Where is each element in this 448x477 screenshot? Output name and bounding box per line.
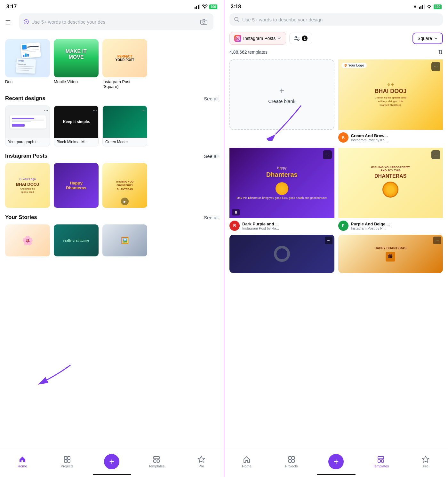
square-filter-pill[interactable]: Square: [412, 33, 443, 44]
instagram-label: Instagram Post(Square): [102, 79, 147, 89]
ig-card-dhanteras-purple[interactable]: HappyDhanteras: [54, 163, 99, 208]
nav-pro-right[interactable]: Pro: [403, 456, 448, 468]
home-indicator-left: [93, 474, 131, 475]
svg-rect-33: [292, 457, 294, 459]
recent-card-paragraph[interactable]: ··· Your paragraph t...: [5, 106, 50, 146]
svg-rect-17: [420, 6, 421, 9]
hamburger-icon[interactable]: ☰: [5, 19, 11, 27]
ig-card-dhanteras-beige[interactable]: WISHING YOUPROSPERITYDHANTERAS ▶: [102, 163, 147, 208]
bottom-cards-row: ··· ··· HAPPY DHANTERAS 🏛: [224, 232, 448, 273]
dhanteras-gold-card[interactable]: ··· HAPPY DHANTERAS 🏛: [338, 235, 443, 273]
nav-templates-right[interactable]: Templates: [358, 456, 403, 468]
pause-icon[interactable]: ⏸: [232, 209, 240, 215]
type-card-doc[interactable]: Design Visual Docs Doc: [5, 39, 50, 89]
card-menu-icon-3[interactable]: ···: [141, 108, 146, 113]
recent-designs-see-all[interactable]: See all: [204, 96, 219, 101]
svg-point-29: [298, 39, 299, 41]
bhai-dooj-menu-btn[interactable]: ···: [431, 62, 440, 71]
bhai-dooj-author: Instagram Post by Ko...: [351, 138, 443, 142]
bottom-nav-right: Home Projects + Templ: [224, 450, 448, 477]
battery-right: 100: [434, 4, 442, 9]
nav-home-left[interactable]: Home: [0, 456, 45, 468]
create-blank-plus-icon: +: [279, 86, 284, 96]
adjust-filter-pill[interactable]: 1: [289, 33, 312, 44]
time-left: 3:17: [6, 4, 17, 10]
svg-point-7: [203, 21, 205, 23]
dhanteras-beige-menu-btn[interactable]: ···: [431, 150, 440, 159]
bhai-dooj-avatar: K: [338, 132, 348, 143]
search-bar-left[interactable]: Use 5+ words to describe your des: [19, 13, 213, 30]
instagram-posts-see-all[interactable]: See all: [204, 153, 219, 159]
card-menu-icon[interactable]: ···: [44, 108, 48, 113]
instagram-filter-pill[interactable]: Instagram Posts: [229, 32, 286, 45]
type-card-mobile-video[interactable]: MAKE IT MOVE Mobile Video: [54, 39, 99, 89]
story-card-3[interactable]: 🖼️: [102, 224, 147, 256]
svg-rect-2: [198, 5, 199, 9]
bhai-dooj-title: BHAI DOOJ: [374, 88, 406, 95]
templates-count-row: 4,88,662 templates ⇅: [224, 49, 448, 59]
sort-icon[interactable]: ⇅: [438, 49, 443, 56]
type-card-instagram[interactable]: PERFECT YOUR POST Instagram Post(Square): [102, 39, 147, 89]
dhanteras-dark-avatar: R: [229, 221, 240, 231]
svg-rect-14: [154, 460, 156, 462]
make-it-move-text: MAKE IT MOVE: [65, 49, 87, 60]
your-stories-see-all[interactable]: See all: [204, 215, 219, 220]
create-blank-card[interactable]: + Create blank: [229, 59, 334, 144]
paragraph-card-label: Your paragraph t...: [5, 138, 50, 146]
dark-ring-card[interactable]: ···: [229, 235, 334, 273]
templates-grid-row2: ··· Happy Dhanteras May this Dhanteras b…: [224, 148, 448, 232]
mobile-video-label: Mobile Video: [54, 79, 99, 84]
projects-icon: [63, 456, 71, 463]
signal-icon-right: [419, 4, 425, 9]
recent-card-minimal[interactable]: Keep it simple. ··· Black Minimal M...: [54, 106, 99, 146]
story-card-1[interactable]: 🌸: [5, 224, 50, 256]
svg-rect-32: [289, 457, 291, 459]
templates-count-text: 4,88,662 templates: [229, 50, 268, 55]
instagram-filter-label: Instagram Posts: [243, 36, 276, 41]
dhanteras-gold-menu[interactable]: ···: [433, 237, 441, 244]
card-menu-icon-2[interactable]: ···: [93, 108, 97, 113]
svg-rect-9: [64, 457, 67, 459]
recent-card-green[interactable]: ··· Green Moder: [102, 106, 147, 146]
templates-icon-left: [153, 456, 160, 463]
svg-point-25: [238, 37, 239, 38]
svg-point-30: [345, 65, 346, 66]
templates-grid: + Create blank Your Logo ···: [224, 59, 448, 144]
dhanteras-beige-info: P Purple And Beige ... Instagram Post by…: [338, 218, 443, 232]
home-label-left: Home: [18, 464, 27, 468]
your-stories-header: Your Stories See all: [0, 213, 224, 224]
nav-pro-left[interactable]: Pro: [179, 456, 224, 468]
search-bar-right[interactable]: Use 5+ words to describe your design: [229, 13, 443, 26]
template-dhanteras-dark[interactable]: ··· Happy Dhanteras May this Dhanteras b…: [229, 148, 334, 232]
svg-rect-37: [378, 460, 380, 462]
svg-rect-0: [195, 7, 196, 9]
wifi-icon: [202, 4, 208, 9]
play-icon[interactable]: ▶: [121, 198, 129, 205]
nav-add-right[interactable]: +: [314, 454, 359, 469]
wifi-icon-right: [426, 4, 432, 9]
camera-icon[interactable]: [199, 17, 209, 27]
time-right: 3:18: [231, 4, 241, 10]
story-card-2[interactable]: really gratittu.me: [54, 224, 99, 256]
stories-row: 🌸 really gratittu.me 🖼️: [0, 224, 224, 262]
add-button-right[interactable]: +: [328, 454, 344, 469]
nav-templates-left[interactable]: Templates: [134, 456, 179, 468]
instagram-cards-row: ⊙ Your Logo BHAI DOOJ Cherishing thespec…: [0, 163, 224, 213]
recent-designs-header: Recent designs See all: [0, 94, 224, 106]
dark-ring-menu[interactable]: ···: [325, 237, 332, 244]
add-button-left[interactable]: +: [104, 454, 119, 469]
dhanteras-gold-text: HAPPY DHANTERAS: [374, 246, 406, 250]
adjust-count-badge: 1: [302, 35, 308, 41]
dhanteras-dark-menu-btn[interactable]: ···: [323, 150, 332, 159]
template-dhanteras-beige[interactable]: ··· WISHING YOU PROSPERITYAND JOY THIS D…: [338, 148, 443, 232]
ig-card-bhai-dooj[interactable]: ⊙ Your Logo BHAI DOOJ Cherishing thespec…: [5, 163, 50, 208]
svg-rect-34: [289, 460, 291, 462]
nav-projects-right[interactable]: Projects: [269, 456, 314, 468]
nav-projects-left[interactable]: Projects: [45, 456, 90, 468]
template-bhai-dooj[interactable]: Your Logo ··· ⊙ ⊙ BHAI DOOJ Cherishing t…: [338, 59, 443, 144]
signal-icon: [195, 4, 200, 9]
nav-add-left[interactable]: +: [90, 454, 134, 469]
nav-home-right[interactable]: Home: [224, 456, 269, 468]
instagram-posts-header: Instagram Posts See all: [0, 152, 224, 163]
minimal-card-label: Black Minimal M...: [54, 138, 98, 146]
